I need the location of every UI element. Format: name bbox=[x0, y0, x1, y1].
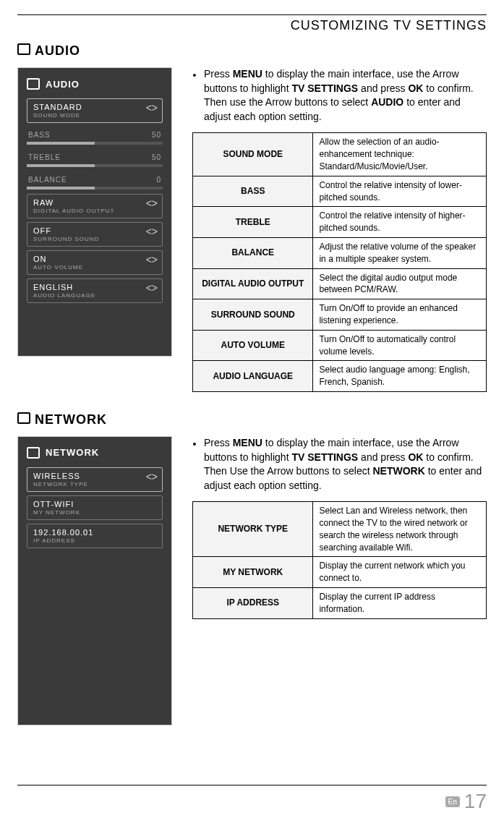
table-row: DIGITAL AUDIO OUTPUTSelect the digital a… bbox=[193, 268, 487, 299]
nav-arrows-icon[interactable]: < > bbox=[146, 282, 156, 294]
audio-spec-table: SOUND MODEAllow the selection of an audi… bbox=[192, 132, 487, 392]
table-row: BASSControl the relative intensity of lo… bbox=[193, 176, 487, 207]
cell-k: BASS bbox=[193, 176, 313, 207]
page-header-title: CUSTOMIZING TV SETTINGS bbox=[17, 15, 487, 38]
bullet-icon: • bbox=[192, 69, 197, 124]
audio-instruction: • Press MENU to display the main interfa… bbox=[192, 67, 487, 124]
cell-k: AUTO VOLUME bbox=[193, 330, 313, 361]
treble-label: TREBLE bbox=[28, 153, 61, 161]
table-row: TREBLEControl the relative intensity of … bbox=[193, 207, 487, 238]
tv-icon bbox=[17, 412, 30, 424]
table-row: AUDIO LANGUAGESelect audio language amon… bbox=[193, 361, 487, 392]
sound-mode-label: SOUND MODE bbox=[33, 112, 156, 119]
table-row: MY NETWORKDisplay the current network wh… bbox=[193, 557, 487, 588]
cell-k: MY NETWORK bbox=[193, 557, 313, 588]
audio-language-item[interactable]: ENGLISH AUDIO LANGUAGE < > bbox=[27, 278, 163, 303]
cell-k: NETWORK TYPE bbox=[193, 502, 313, 557]
sound-mode-value: STANDARD bbox=[33, 103, 156, 111]
table-row: SURROUND SOUNDTurn On/Off to provide an … bbox=[193, 299, 487, 331]
network-instruction-text: Press MENU to display the main interface… bbox=[204, 436, 487, 493]
my-network-item[interactable]: OTT-WIFI MY NETWORK bbox=[27, 495, 163, 520]
network-panel-header: NETWORK bbox=[27, 447, 163, 459]
network-panel: NETWORK WIRELESS NETWORK TYPE < > OTT-WI… bbox=[17, 436, 172, 725]
footer-rule bbox=[17, 785, 487, 785]
audio-block: AUDIO STANDARD SOUND MODE < > BASS 50 TR… bbox=[17, 67, 487, 392]
bass-value: 50 bbox=[152, 131, 161, 139]
autovol-value: ON bbox=[33, 255, 156, 263]
audio-instruction-text: Press MENU to display the main interface… bbox=[204, 67, 487, 124]
ip-address-item[interactable]: 192.168.00.01 IP ADDRESS bbox=[27, 524, 163, 548]
network-description: • Press MENU to display the main interfa… bbox=[192, 436, 487, 619]
dao-value: RAW bbox=[33, 198, 156, 207]
cell-v: Control the relative intensity of higher… bbox=[313, 207, 487, 238]
auto-volume-item[interactable]: ON AUTO VOLUME < > bbox=[27, 250, 163, 275]
network-block: NETWORK WIRELESS NETWORK TYPE < > OTT-WI… bbox=[17, 436, 487, 725]
cell-k: BALANCE bbox=[193, 237, 313, 268]
lang-value: ENGLISH bbox=[33, 283, 156, 291]
cell-k: DIGITAL AUDIO OUTPUT bbox=[193, 268, 313, 299]
treble-value: 50 bbox=[152, 153, 161, 161]
audio-panel-header: AUDIO bbox=[27, 78, 163, 90]
cell-k: SOUND MODE bbox=[193, 133, 313, 176]
bass-fill bbox=[27, 142, 95, 145]
cell-v: Select Lan and Wireless network, then co… bbox=[313, 502, 487, 557]
nav-arrows-icon[interactable]: < > bbox=[146, 471, 156, 482]
sound-mode-item[interactable]: STANDARD SOUND MODE < > bbox=[27, 98, 163, 123]
balance-fill bbox=[27, 187, 95, 190]
ip-label: IP ADDRESS bbox=[33, 537, 156, 544]
network-panel-title: NETWORK bbox=[46, 447, 99, 458]
network-instruction: • Press MENU to display the main interfa… bbox=[192, 436, 487, 493]
cell-v: Display the current IP address informati… bbox=[313, 588, 487, 619]
network-type-item[interactable]: WIRELESS NETWORK TYPE < > bbox=[27, 467, 163, 492]
lang-badge: En bbox=[445, 796, 460, 807]
cell-k: AUDIO LANGUAGE bbox=[193, 361, 313, 392]
section-title-audio-text: AUDIO bbox=[35, 43, 80, 58]
cell-k: IP ADDRESS bbox=[193, 588, 313, 619]
cell-v: Turn On/Off to provide an enhanced liste… bbox=[313, 299, 487, 331]
nav-arrows-icon[interactable]: < > bbox=[146, 226, 156, 237]
cell-v: Display the current network which you co… bbox=[313, 557, 487, 588]
cell-v: Select audio language among: English, Fr… bbox=[313, 361, 487, 392]
bass-row[interactable]: BASS 50 bbox=[27, 127, 163, 140]
page: CUSTOMIZING TV SETTINGS AUDIO AUDIO STAN… bbox=[0, 0, 504, 826]
nav-arrows-icon[interactable]: < > bbox=[146, 254, 156, 265]
nav-arrows-icon[interactable]: < > bbox=[146, 197, 156, 209]
treble-slider[interactable] bbox=[27, 164, 163, 167]
section-title-network: NETWORK bbox=[17, 412, 487, 427]
balance-value: 0 bbox=[156, 176, 161, 184]
page-number: 17 bbox=[464, 790, 487, 813]
balance-slider[interactable] bbox=[27, 187, 163, 190]
surround-sound-item[interactable]: OFF SURROUND SOUND < > bbox=[27, 222, 163, 247]
cell-k: TREBLE bbox=[193, 207, 313, 238]
bass-label: BASS bbox=[28, 131, 51, 139]
surround-label: SURROUND SOUND bbox=[33, 236, 156, 242]
cell-v: Adjust the relative volume of the speake… bbox=[313, 237, 487, 268]
surround-value: OFF bbox=[33, 226, 156, 235]
balance-row[interactable]: BALANCE 0 bbox=[27, 171, 163, 185]
balance-label: BALANCE bbox=[28, 176, 67, 184]
autovol-label: AUTO VOLUME bbox=[33, 264, 156, 271]
bullet-icon: • bbox=[192, 438, 197, 493]
table-row: SOUND MODEAllow the selection of an audi… bbox=[193, 133, 487, 176]
dao-label: DIGITAL AUDIO OUTPUT bbox=[33, 208, 156, 214]
page-number-block: En 17 bbox=[17, 790, 487, 813]
ip-value: 192.168.00.01 bbox=[33, 528, 156, 537]
section-title-audio: AUDIO bbox=[17, 43, 487, 59]
tv-icon bbox=[17, 43, 30, 55]
bass-slider[interactable] bbox=[27, 142, 163, 145]
lang-label: AUDIO LANGUAGE bbox=[33, 292, 156, 299]
nav-arrows-icon[interactable]: < > bbox=[146, 102, 156, 114]
treble-row[interactable]: TREBLE 50 bbox=[27, 149, 163, 163]
treble-fill bbox=[27, 164, 95, 167]
table-row: IP ADDRESSDisplay the current IP address… bbox=[193, 588, 487, 619]
tv-icon bbox=[27, 447, 40, 459]
digital-audio-output-item[interactable]: RAW DIGITAL AUDIO OUTPUT < > bbox=[27, 194, 163, 218]
cell-v: Allow the selection of an audio-enhancem… bbox=[313, 133, 487, 176]
ntype-label: NETWORK TYPE bbox=[33, 481, 156, 487]
page-footer: En 17 bbox=[17, 785, 487, 813]
table-row: NETWORK TYPESelect Lan and Wireless netw… bbox=[193, 502, 487, 557]
network-spec-table: NETWORK TYPESelect Lan and Wireless netw… bbox=[192, 501, 487, 618]
ntype-value: WIRELESS bbox=[33, 472, 156, 480]
audio-panel-title: AUDIO bbox=[46, 79, 80, 90]
mynet-label: MY NETWORK bbox=[33, 509, 156, 516]
